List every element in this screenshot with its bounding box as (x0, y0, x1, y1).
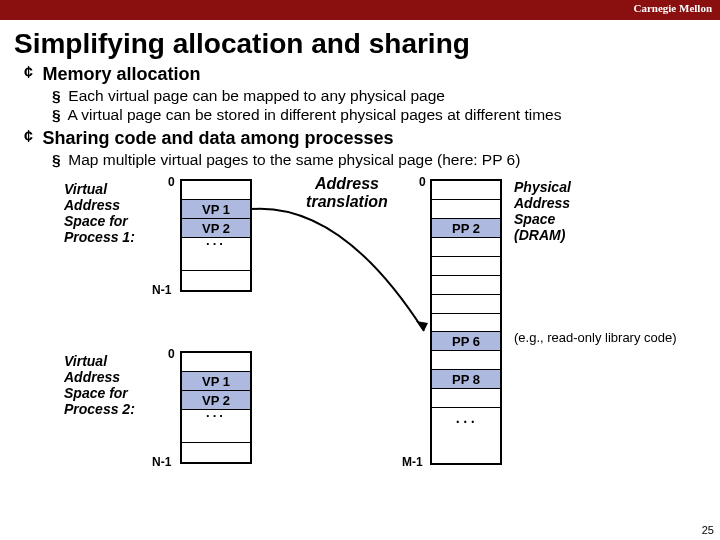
vas2-label: Virtual Address Space for Process 2: (64, 353, 154, 417)
phys-dots: ... (456, 411, 479, 427)
subbullet-mark: § (52, 87, 64, 105)
index-0-vas2: 0 (168, 347, 175, 361)
vas2-memory: VP 1 VP 2 ... (180, 351, 252, 464)
phys-row (432, 181, 500, 200)
bullet-mark: ¢ (24, 64, 38, 82)
vas1-row-empty (182, 271, 250, 290)
page-number: 25 (702, 524, 714, 536)
vas2-vp1: VP 1 (182, 372, 250, 391)
arrow-vp1-pp6 (252, 207, 430, 339)
vas1-row-empty (182, 181, 250, 200)
phys-pp8: PP 8 (432, 370, 500, 389)
vas2-row-empty (182, 424, 250, 443)
index-n1-vas1: N-1 (152, 283, 171, 297)
index-m1: M-1 (402, 455, 423, 469)
vas2-row-empty (182, 353, 250, 372)
vas1-row-empty (182, 252, 250, 271)
subbullet-text: A virtual page can be stored in differen… (67, 106, 561, 123)
subbullet-mark: § (52, 106, 64, 124)
index-0-phys: 0 (419, 175, 426, 189)
address-translation-label: Address translation (292, 175, 402, 210)
subbullet-2: § A virtual page can be stored in differ… (52, 106, 700, 124)
subbullet-mark: § (52, 151, 64, 169)
phys-row (432, 257, 500, 276)
vas1-memory: VP 1 VP 2 ... (180, 179, 252, 292)
bullet-label: Memory allocation (42, 64, 200, 84)
bullet-label: Sharing code and data among processes (42, 128, 393, 148)
slide-title: Simplifying allocation and sharing (14, 28, 720, 60)
phys-row (432, 314, 500, 332)
phys-pp6: PP 6 (432, 332, 500, 351)
phys-row (432, 200, 500, 219)
subbullet-text: Map multiple virtual pages to the same p… (68, 151, 520, 168)
vas1-dots: ... (182, 238, 250, 252)
vas2-row-empty (182, 443, 250, 462)
slide-body: ¢ Memory allocation § Each virtual page … (0, 64, 720, 485)
phys-row (432, 276, 500, 295)
bullet-sharing: ¢ Sharing code and data among processes (24, 128, 700, 149)
brand-text: Carnegie Mellon (633, 2, 712, 14)
index-0-vas1: 0 (168, 175, 175, 189)
phys-row (432, 428, 500, 447)
vas2-dots: ... (182, 410, 250, 424)
bullet-mark: ¢ (24, 128, 38, 146)
index-n1-vas2: N-1 (152, 455, 171, 469)
phys-row (432, 238, 500, 257)
eg-label: (e.g., read-only library code) (514, 331, 714, 346)
diagram-area: Virtual Address Space for Process 1: 0 V… (24, 175, 700, 485)
subbullet-1: § Each virtual page can be mapped to any… (52, 87, 700, 105)
phys-pp2: PP 2 (432, 219, 500, 238)
bullet-memory-allocation: ¢ Memory allocation (24, 64, 700, 85)
phys-row (432, 389, 500, 408)
brand-bar: Carnegie Mellon (0, 0, 720, 20)
phys-row (432, 351, 500, 370)
vas1-vp1: VP 1 (182, 200, 250, 219)
vas1-label: Virtual Address Space for Process 1: (64, 181, 154, 245)
subbullet-text: Each virtual page can be mapped to any p… (68, 87, 445, 104)
subbullet-3: § Map multiple virtual pages to the same… (52, 151, 700, 169)
phys-row (432, 295, 500, 314)
phys-label: Physical Address Space (DRAM) (514, 179, 604, 243)
